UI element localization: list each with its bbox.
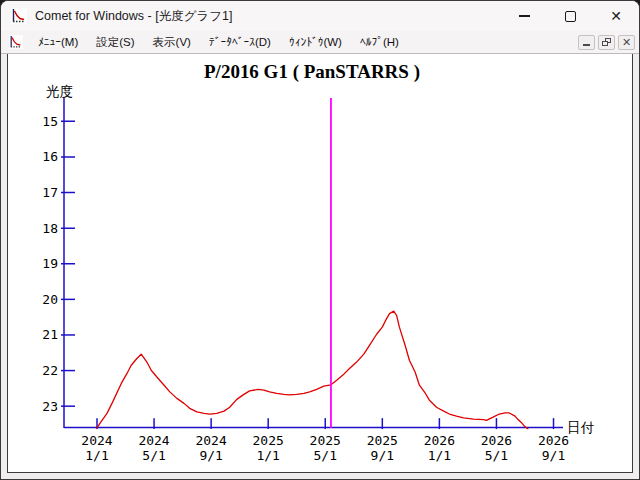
y-axis-title: 光度 [46, 84, 73, 99]
x-tick-label-year: 2024 [81, 433, 112, 448]
graph-canvas: P/2016 G1 ( PanSTARRS )光度日付1516171819202… [7, 54, 633, 473]
mdi-minimize-button[interactable] [578, 35, 595, 50]
mdi-restore-button[interactable] [598, 35, 615, 50]
menubar: ﾒﾆｭｰ(M)設定(S)表示(V)ﾃﾞｰﾀﾍﾞｰｽ(D)ｳｨﾝﾄﾞｳ(W)ﾍﾙﾌ… [1, 31, 639, 54]
light-curve-chart: P/2016 G1 ( PanSTARRS )光度日付1516171819202… [8, 54, 632, 472]
mdi-close-button[interactable]: ✕ [618, 35, 635, 50]
y-tick-label: 19 [42, 256, 58, 271]
x-tick-label-year: 2026 [481, 433, 512, 448]
x-tick-label-day: 1/1 [256, 448, 279, 463]
x-tick-label-day: 9/1 [199, 448, 222, 463]
app-icon[interactable] [11, 8, 27, 24]
mdi-close-icon: ✕ [622, 37, 631, 48]
x-tick-label-day: 9/1 [542, 448, 565, 463]
titlebar: Comet for Windows - [光度グラフ1] ✕ [1, 1, 639, 31]
menu-item-1[interactable]: ﾒﾆｭｰ(M) [29, 33, 87, 51]
y-tick-label: 23 [42, 399, 58, 414]
mdi-client-area: P/2016 G1 ( PanSTARRS )光度日付1516171819202… [1, 54, 639, 479]
y-tick-label: 18 [42, 221, 58, 236]
x-tick-label-year: 2026 [538, 433, 569, 448]
chart-title: P/2016 G1 ( PanSTARRS ) [204, 61, 420, 83]
y-tick-label: 16 [42, 149, 58, 164]
x-tick-label-day: 9/1 [371, 448, 394, 463]
x-tick-label-day: 5/1 [485, 448, 508, 463]
minimize-icon [519, 15, 530, 16]
x-tick-label-year: 2025 [253, 433, 284, 448]
x-axis-title: 日付 [567, 420, 595, 435]
y-tick-label: 17 [42, 185, 58, 200]
mdi-restore-icon [602, 38, 611, 46]
window-title: Comet for Windows - [光度グラフ1] [35, 8, 232, 25]
y-tick-label: 21 [42, 327, 58, 342]
y-tick-label: 15 [42, 114, 58, 129]
x-tick-label-day: 1/1 [85, 448, 108, 463]
mdi-child-icon[interactable] [9, 35, 23, 49]
app-window: Comet for Windows - [光度グラフ1] ✕ ﾒﾆｭｰ(M)設定… [0, 0, 640, 480]
minimize-button[interactable] [501, 1, 547, 31]
x-tick-label-year: 2024 [195, 433, 226, 448]
y-tick-label: 22 [42, 363, 58, 378]
caption-controls: ✕ [501, 1, 639, 31]
mdi-minimize-icon [583, 44, 590, 45]
menu-item-2[interactable]: 設定(S) [87, 32, 143, 53]
x-tick-label-year: 2025 [310, 433, 341, 448]
x-tick-label-year: 2026 [424, 433, 455, 448]
menu-item-4[interactable]: ﾃﾞｰﾀﾍﾞｰｽ(D) [200, 33, 280, 51]
magnitude-curve [97, 311, 528, 429]
menu-items: ﾒﾆｭｰ(M)設定(S)表示(V)ﾃﾞｰﾀﾍﾞｰｽ(D)ｳｨﾝﾄﾞｳ(W)ﾍﾙﾌ… [29, 32, 408, 53]
mdi-controls: ✕ [575, 35, 635, 50]
close-button[interactable]: ✕ [593, 1, 639, 31]
menu-item-5[interactable]: ｳｨﾝﾄﾞｳ(W) [280, 33, 351, 51]
menu-item-6[interactable]: ﾍﾙﾌﾟ(H) [351, 33, 408, 51]
x-tick-label-day: 5/1 [314, 448, 337, 463]
maximize-icon [565, 11, 576, 22]
menu-item-3[interactable]: 表示(V) [144, 32, 200, 53]
x-tick-label-day: 5/1 [142, 448, 165, 463]
close-icon: ✕ [610, 9, 622, 23]
x-tick-label-year: 2025 [367, 433, 398, 448]
x-tick-label-day: 1/1 [428, 448, 451, 463]
y-tick-label: 20 [42, 292, 58, 307]
x-tick-label-year: 2024 [138, 433, 169, 448]
maximize-button[interactable] [547, 1, 593, 31]
